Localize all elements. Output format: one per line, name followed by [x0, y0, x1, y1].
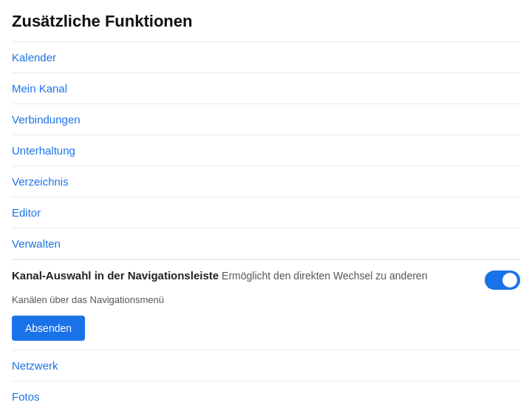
bottom-menu-list: Netzwerk Fotos Profile — [12, 350, 520, 408]
page-title: Zusätzliche Funktionen — [12, 9, 520, 34]
menu-item-unterhaltung[interactable]: Unterhaltung — [12, 135, 520, 166]
menu-item-verbindungen[interactable]: Verbindungen — [12, 103, 520, 135]
toggle-label: Kanal-Auswahl in der Navigationsleiste — [12, 269, 219, 282]
toggle-slider — [485, 271, 520, 290]
menu-item-mein-kanal[interactable]: Mein Kanal — [12, 72, 520, 103]
menu-item-netzwerk[interactable]: Netzwerk — [12, 350, 520, 381]
menu-item-verwalten[interactable]: Verwalten — [12, 228, 520, 259]
kanal-toggle-row: Kanal-Auswahl in der NavigationsleisteEr… — [12, 259, 520, 293]
kanal-toggle-switch[interactable] — [485, 271, 520, 290]
submit-button[interactable]: Absenden — [12, 316, 85, 341]
toggle-desc: Ermöglicht den direkten Wechsel zu ander… — [222, 270, 427, 282]
menu-item-fotos[interactable]: Fotos — [12, 381, 520, 408]
page-container: Zusätzliche Funktionen Kalender Mein Kan… — [0, 0, 532, 408]
menu-item-kalender[interactable]: Kalender — [12, 41, 520, 72]
menu-item-verzeichnis[interactable]: Verzeichnis — [12, 166, 520, 197]
main-menu-list: Kalender Mein Kanal Verbindungen Unterha… — [12, 41, 520, 259]
menu-item-editor[interactable]: Editor — [12, 197, 520, 228]
toggle-subtext: Kanälen über das Navigationsmenü — [12, 294, 520, 310]
toggle-text-block: Kanal-Auswahl in der NavigationsleisteEr… — [12, 269, 473, 282]
